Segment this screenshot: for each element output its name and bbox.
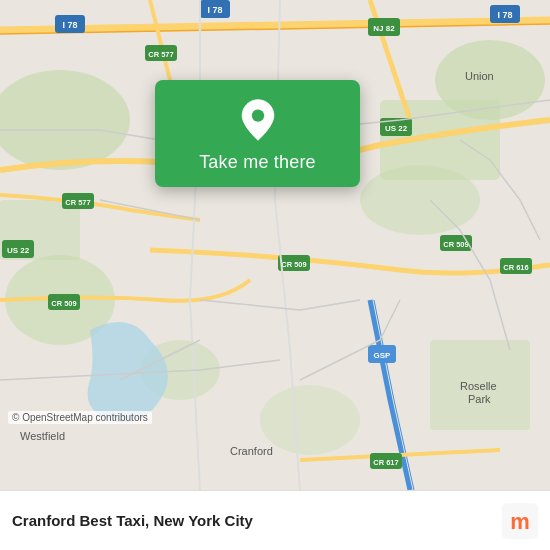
svg-text:m: m [510, 509, 530, 534]
svg-text:CR 509: CR 509 [443, 240, 468, 249]
svg-text:CR 617: CR 617 [373, 458, 398, 467]
place-name: Cranford Best Taxi, New York City [12, 512, 496, 529]
svg-text:NJ 82: NJ 82 [373, 24, 395, 33]
moovit-logo: m [502, 503, 538, 539]
svg-text:CR 577: CR 577 [65, 198, 90, 207]
svg-text:Cranford: Cranford [230, 445, 273, 457]
svg-text:I 78: I 78 [497, 10, 512, 20]
svg-text:GSP: GSP [374, 351, 392, 360]
svg-text:Westfield: Westfield [20, 430, 65, 442]
svg-text:I 78: I 78 [62, 20, 77, 30]
svg-text:I 78: I 78 [207, 5, 222, 15]
svg-text:Park: Park [468, 393, 491, 405]
svg-text:CR 616: CR 616 [503, 263, 528, 272]
svg-text:US 22: US 22 [7, 246, 30, 255]
map-attribution: © OpenStreetMap contributors [8, 411, 152, 424]
location-pin-icon [236, 98, 280, 142]
action-card[interactable]: Take me there [155, 80, 360, 187]
svg-text:US 22: US 22 [385, 124, 408, 133]
svg-text:CR 509: CR 509 [281, 260, 306, 269]
svg-point-8 [260, 385, 360, 455]
map-container: I 78 I 78 I 78 NJ 82 US 22 CR 577 CR 577… [0, 0, 550, 490]
svg-text:Roselle: Roselle [460, 380, 497, 392]
svg-text:CR 577: CR 577 [148, 50, 173, 59]
bottom-bar: Cranford Best Taxi, New York City m [0, 490, 550, 550]
svg-text:CR 509: CR 509 [51, 299, 76, 308]
svg-point-43 [251, 109, 263, 121]
svg-point-4 [360, 165, 480, 235]
take-me-there-label: Take me there [199, 152, 316, 173]
svg-text:Union: Union [465, 70, 494, 82]
